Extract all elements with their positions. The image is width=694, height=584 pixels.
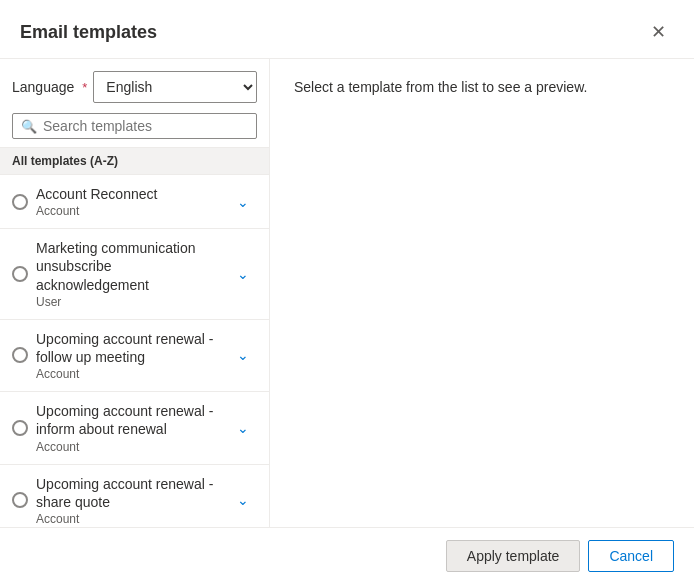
template-text: Upcoming account renewal - follow up mee… — [36, 330, 221, 381]
template-text: Upcoming account renewal - share quote A… — [36, 475, 221, 526]
search-input[interactable] — [43, 118, 248, 134]
cancel-button[interactable]: Cancel — [588, 540, 674, 572]
dialog-body: Language * English French German Spanish… — [0, 59, 694, 527]
template-category: User — [36, 295, 221, 309]
template-name: Account Reconnect — [36, 185, 221, 203]
language-select[interactable]: English French German Spanish — [93, 71, 257, 103]
template-name: Upcoming account renewal - share quote — [36, 475, 221, 511]
chevron-down-icon[interactable]: ⌄ — [229, 260, 257, 288]
template-category: Account — [36, 367, 221, 381]
list-item[interactable]: Upcoming account renewal - follow up mee… — [0, 320, 269, 392]
radio-button[interactable] — [12, 194, 28, 210]
template-list: Account Reconnect Account ⌄ Marketing co… — [0, 175, 269, 527]
dialog-header: Email templates ✕ — [0, 0, 694, 59]
language-row: Language * English French German Spanish — [0, 59, 269, 113]
list-item[interactable]: Account Reconnect Account ⌄ — [0, 175, 269, 229]
radio-button[interactable] — [12, 492, 28, 508]
right-panel: Select a template from the list to see a… — [270, 59, 694, 527]
template-name: Marketing communication unsubscribe ackn… — [36, 239, 221, 294]
preview-message: Select a template from the list to see a… — [294, 79, 670, 95]
template-text: Upcoming account renewal - inform about … — [36, 402, 221, 453]
list-item[interactable]: Marketing communication unsubscribe ackn… — [0, 229, 269, 320]
dialog-title: Email templates — [20, 22, 157, 43]
chevron-down-icon[interactable]: ⌄ — [229, 486, 257, 514]
email-templates-dialog: Email templates ✕ Language * English Fre… — [0, 0, 694, 584]
chevron-down-icon[interactable]: ⌄ — [229, 414, 257, 442]
template-category: Account — [36, 512, 221, 526]
chevron-down-icon[interactable]: ⌄ — [229, 341, 257, 369]
template-text: Marketing communication unsubscribe ackn… — [36, 239, 221, 309]
template-name: Upcoming account renewal - inform about … — [36, 402, 221, 438]
search-box: 🔍 — [12, 113, 257, 139]
template-category: Account — [36, 440, 221, 454]
radio-button[interactable] — [12, 347, 28, 363]
radio-button[interactable] — [12, 266, 28, 282]
radio-button[interactable] — [12, 420, 28, 436]
template-category: Account — [36, 204, 221, 218]
chevron-down-icon[interactable]: ⌄ — [229, 188, 257, 216]
template-text: Account Reconnect Account — [36, 185, 221, 218]
search-icon: 🔍 — [21, 119, 37, 134]
dialog-footer: Apply template Cancel — [0, 527, 694, 584]
apply-template-button[interactable]: Apply template — [446, 540, 581, 572]
list-header: All templates (A-Z) — [0, 147, 269, 175]
template-name: Upcoming account renewal - follow up mee… — [36, 330, 221, 366]
list-item[interactable]: Upcoming account renewal - inform about … — [0, 392, 269, 464]
required-indicator: * — [82, 80, 87, 95]
left-panel: Language * English French German Spanish… — [0, 59, 270, 527]
language-label: Language — [12, 79, 74, 95]
list-item[interactable]: Upcoming account renewal - share quote A… — [0, 465, 269, 528]
close-button[interactable]: ✕ — [642, 16, 674, 48]
